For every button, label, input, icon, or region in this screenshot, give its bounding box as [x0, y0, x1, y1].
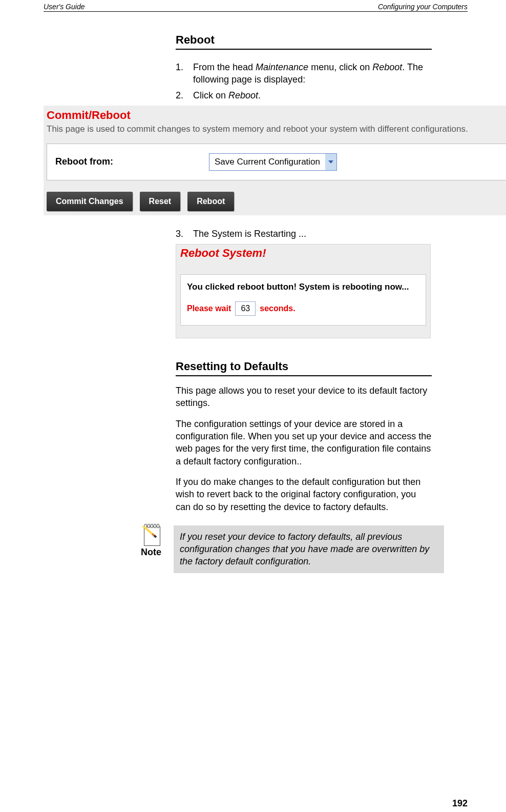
screenshot1-description: This page is used to commit changes to s…: [47, 124, 506, 134]
select-value: Save Current Configuration: [209, 157, 325, 167]
reboot-button[interactable]: Reboot: [187, 192, 234, 211]
commit-changes-button[interactable]: Commit Changes: [47, 192, 133, 211]
reboot-from-select[interactable]: Save Current Configuration: [209, 153, 337, 171]
screenshot2-messagebox: You clicked reboot button! System is reb…: [180, 274, 426, 326]
screenshot2-title: Reboot System!: [180, 247, 426, 260]
header-left: User's Guide: [44, 3, 87, 11]
step-number: 3.: [176, 228, 193, 240]
reboot-from-label: Reboot from:: [55, 156, 209, 167]
screenshot-reboot-system: Reboot System! You clicked reboot button…: [176, 244, 431, 338]
reset-button[interactable]: Reset: [140, 192, 181, 211]
note-body: If you reset your device to factory defa…: [174, 525, 444, 573]
step-number: 1.: [176, 61, 193, 86]
screenshot1-title: Commit/Reboot: [47, 109, 506, 122]
resetting-para-3: If you do make changes to the default co…: [176, 476, 432, 513]
note-label: Note: [129, 547, 174, 558]
resetting-para-1: This page allows you to reset your devic…: [176, 384, 432, 410]
header-rule: User's Guide Configuring your Computers: [44, 11, 468, 12]
section-title-reboot: Reboot: [176, 33, 432, 50]
resetting-para-2: The configuration settings of your devic…: [176, 418, 432, 468]
step-number: 2.: [176, 89, 193, 102]
step-3: 3. The System is Restarting ...: [176, 228, 432, 240]
step-1: 1. From the head Maintenance menu, click…: [176, 61, 432, 86]
header-right: Configuring your Computers: [376, 3, 468, 11]
page-number: 192: [452, 798, 468, 809]
reboot-message: You clicked reboot button! System is reb…: [187, 282, 419, 292]
note-block: Note If you reset your device to factory…: [44, 525, 468, 573]
note-icon: [142, 525, 160, 546]
section-title-resetting: Resetting to Defaults: [176, 360, 432, 376]
wait-post: seconds.: [260, 304, 295, 313]
screenshot-commit-reboot: Commit/Reboot This page is used to commi…: [44, 106, 506, 215]
reboot-from-row: Reboot from: Save Current Configuration: [47, 144, 506, 180]
step-2: 2. Click on Reboot.: [176, 89, 432, 102]
chevron-down-icon: [325, 154, 336, 170]
countdown-seconds: 63: [235, 301, 256, 316]
wait-pre: Please wait: [187, 304, 231, 313]
